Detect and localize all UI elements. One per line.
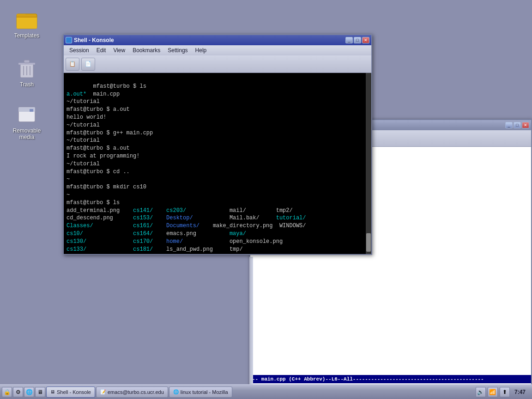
folder-svg bbox=[16, 8, 38, 30]
desktop: Templates Trash Removable media emacs@tu… bbox=[0, 0, 532, 399]
terminal-content: mfast@turbo $ ls a.out* main.cpp ~/tutor… bbox=[64, 73, 366, 254]
svg-rect-1 bbox=[17, 17, 37, 29]
taskbar-terminal-btn[interactable]: 🖥 bbox=[35, 387, 45, 397]
konsole-close-btn[interactable]: ✕ bbox=[362, 37, 369, 43]
taskbar-browser-btn[interactable]: 🌐 bbox=[24, 387, 34, 397]
emacs-vertical-divider bbox=[249, 257, 253, 387]
taskbar-emacs-label: emacs@turbo.cs.ucr.edu bbox=[108, 389, 164, 395]
emacs-modeline: -- main.cpp (C++ Abbrev)--L6--All-------… bbox=[250, 375, 531, 383]
menu-bookmarks[interactable]: Bookmarks bbox=[129, 46, 164, 54]
trash-icon[interactable]: Trash bbox=[8, 55, 45, 90]
taskbar-window-emacs[interactable]: 📝 emacs@turbo.cs.ucr.edu bbox=[96, 387, 168, 398]
taskbar-window-konsole[interactable]: 🖥 Shell - Konsole bbox=[46, 387, 95, 398]
konsole-title-icon bbox=[66, 37, 72, 43]
scrollbar-thumb[interactable] bbox=[366, 233, 371, 252]
svg-rect-6 bbox=[24, 60, 30, 63]
taskbar-right: 🔊 📶 ⬆ 7:47 bbox=[476, 387, 530, 397]
konsole-window-controls: _ □ ✕ bbox=[345, 37, 369, 43]
svg-rect-12 bbox=[30, 109, 33, 112]
konsole-titlebar[interactable]: Shell - Konsole _ □ ✕ bbox=[64, 35, 371, 45]
svg-rect-5 bbox=[18, 63, 35, 65]
taskbar-window-mozilla[interactable]: 🌐 linux tutorial - Mozilla bbox=[169, 387, 232, 398]
taskbar-update-icon[interactable]: ⬆ bbox=[500, 387, 510, 397]
konsole-title: Shell - Konsole bbox=[74, 37, 114, 43]
trash-label: Trash bbox=[20, 81, 34, 88]
menu-edit[interactable]: Edit bbox=[93, 46, 110, 54]
terminal-scrollbar[interactable] bbox=[366, 73, 371, 254]
emacs-window-controls: _ □ ✕ bbox=[505, 122, 529, 128]
removable-svg bbox=[16, 103, 38, 126]
taskbar: 🔒 ⚙ 🌐 🖥 🖥 Shell - Konsole 📝 emacs@turbo.… bbox=[0, 384, 532, 399]
taskbar-konsole-label: Shell - Konsole bbox=[57, 389, 91, 395]
konsole-toolbar: 📋 📄 bbox=[64, 55, 371, 73]
menu-settings[interactable]: Settings bbox=[164, 46, 191, 54]
konsole-menubar: Session Edit View Bookmarks Settings Hel… bbox=[64, 45, 371, 55]
konsole-maximize-btn[interactable]: □ bbox=[354, 37, 361, 43]
taskbar-network-icon[interactable]: 📶 bbox=[488, 387, 498, 397]
konsole-toolbar-copy[interactable]: 📄 bbox=[81, 58, 95, 71]
svg-rect-3 bbox=[17, 17, 37, 18]
menu-view[interactable]: View bbox=[109, 46, 129, 54]
emacs-maximize-btn[interactable]: □ bbox=[514, 122, 521, 128]
templates-icon[interactable]: Templates bbox=[8, 6, 45, 41]
taskbar-apps-btn[interactable]: ⚙ bbox=[13, 387, 23, 397]
trash-svg bbox=[16, 57, 38, 79]
emacs-minimize-btn[interactable]: _ bbox=[505, 122, 513, 128]
taskbar-mozilla-label: linux tutorial - Mozilla bbox=[181, 389, 228, 395]
menu-session[interactable]: Session bbox=[66, 46, 93, 54]
emacs-close-btn[interactable]: ✕ bbox=[522, 122, 529, 128]
terminal-body[interactable]: mfast@turbo $ ls a.out* main.cpp ~/tutor… bbox=[64, 73, 371, 254]
taskbar-left: 🔒 ⚙ 🌐 🖥 bbox=[2, 387, 45, 397]
konsole-window: Shell - Konsole _ □ ✕ Session Edit View … bbox=[63, 34, 372, 255]
removable-media-icon[interactable]: Removable media bbox=[8, 102, 45, 142]
removable-label: Removable media bbox=[10, 127, 43, 140]
menu-help[interactable]: Help bbox=[192, 46, 211, 54]
emacs-modeline-text: -- main.cpp (C++ Abbrev)--L6--All-------… bbox=[252, 376, 484, 382]
taskbar-volume-icon[interactable]: 🔊 bbox=[476, 387, 486, 397]
taskbar-lock-btn[interactable]: 🔒 bbox=[2, 387, 12, 397]
taskbar-clock: 7:47 bbox=[512, 389, 528, 395]
konsole-toolbar-new[interactable]: 📋 bbox=[66, 58, 79, 71]
templates-label: Templates bbox=[14, 32, 40, 39]
konsole-minimize-btn[interactable]: _ bbox=[345, 37, 353, 43]
